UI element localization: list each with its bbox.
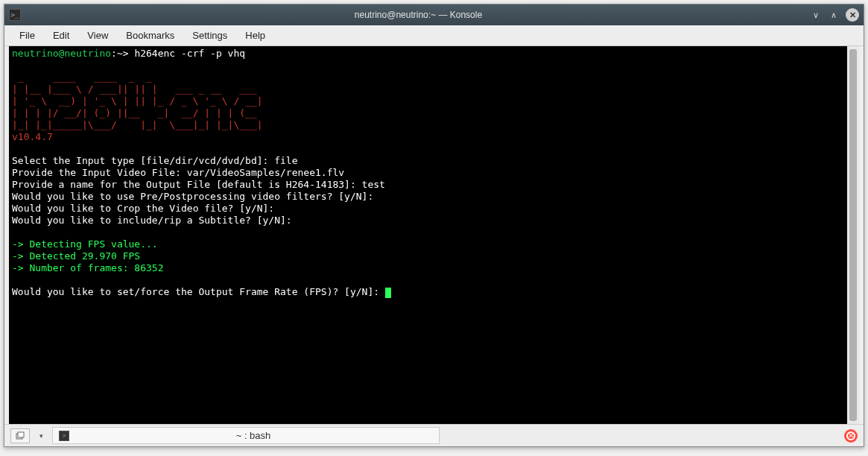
minimize-button[interactable]: ∨ bbox=[810, 9, 822, 21]
line-detected: -> Detected 29.970 FPS bbox=[12, 250, 140, 262]
tab-dropdown-button[interactable]: ▾ bbox=[36, 428, 46, 443]
prompt-user: neutrino@neutrino bbox=[12, 48, 111, 59]
line-input-type: Select the Input type [file/dir/vcd/dvd/… bbox=[12, 155, 298, 166]
close-tab-button[interactable] bbox=[844, 429, 858, 443]
ascii-art-line: | | | |/ __/| (_) ||__ _| __/ | | | (__ bbox=[12, 107, 257, 118]
close-button[interactable]: ✕ bbox=[846, 8, 859, 22]
line-subtitle: Would you like to include/rip a Subtitle… bbox=[12, 215, 292, 226]
cursor-block bbox=[385, 288, 391, 298]
menu-view[interactable]: View bbox=[78, 27, 117, 44]
tab-item[interactable]: > ~ : bash bbox=[52, 427, 440, 444]
app-icon: >_ bbox=[9, 9, 21, 21]
ascii-art-line: |_| |_|_____|\___/ |_| \___|_| |_|\___| bbox=[12, 119, 263, 130]
maximize-button[interactable]: ∧ bbox=[828, 9, 840, 21]
menu-settings[interactable]: Settings bbox=[183, 27, 236, 44]
line-crop: Would you like to Crop the Video file? [… bbox=[12, 203, 274, 214]
prompt-path: :~> bbox=[111, 48, 134, 59]
line-output-name: Provide a name for the Output File [defa… bbox=[12, 179, 385, 190]
version-text: v10.4.7 bbox=[12, 131, 53, 142]
command-text: h264enc -crf -p vhq bbox=[134, 48, 245, 59]
terminal[interactable]: neutrino@neutrino:~> h264enc -crf -p vhq… bbox=[9, 46, 847, 424]
titlebar[interactable]: >_ neutrino@neutrino:~ — Konsole ∨ ∧ ✕ bbox=[4, 4, 864, 25]
ascii-art-line: | |__ |___ \ / ___|| || | ___ _ __ ___ bbox=[12, 83, 257, 95]
menu-file[interactable]: File bbox=[10, 27, 44, 44]
line-detecting: -> Detecting FPS value... bbox=[12, 238, 158, 250]
terminal-area: neutrino@neutrino:~> h264enc -crf -p vhq… bbox=[9, 46, 859, 424]
svg-rect-1 bbox=[18, 432, 24, 437]
statusbar: ▾ > ~ : bash bbox=[4, 424, 864, 446]
scrollbar-thumb[interactable] bbox=[849, 49, 857, 421]
tab-label: ~ : bash bbox=[74, 430, 433, 441]
line-numframes: -> Number of frames: 86352 bbox=[12, 262, 164, 273]
menu-help[interactable]: Help bbox=[236, 27, 274, 44]
line-input-file: Provide the Input Video File: var/VideoS… bbox=[12, 167, 344, 178]
window-title: neutrino@neutrino:~ — Konsole bbox=[27, 10, 810, 20]
new-tab-icon bbox=[16, 431, 25, 440]
menubar: File Edit View Bookmarks Settings Help bbox=[4, 25, 864, 46]
line-filters: Would you like to use Pre/Postprocessing… bbox=[12, 191, 373, 202]
terminal-icon: > bbox=[59, 431, 69, 441]
ascii-art-line: | '_ \ __) | '_ \ | || |_ / _ \ '_ \ / _… bbox=[12, 95, 263, 107]
window-controls: ∨ ∧ ✕ bbox=[810, 8, 859, 22]
scrollbar[interactable] bbox=[847, 46, 859, 424]
ascii-art-line: _ ____ ____ _ _ bbox=[12, 72, 152, 83]
new-tab-button[interactable] bbox=[10, 428, 30, 443]
konsole-window: >_ neutrino@neutrino:~ — Konsole ∨ ∧ ✕ F… bbox=[4, 4, 864, 447]
menu-bookmarks[interactable]: Bookmarks bbox=[117, 27, 183, 44]
menu-edit[interactable]: Edit bbox=[44, 27, 78, 44]
line-setforce: Would you like to set/force the Output F… bbox=[12, 286, 385, 297]
